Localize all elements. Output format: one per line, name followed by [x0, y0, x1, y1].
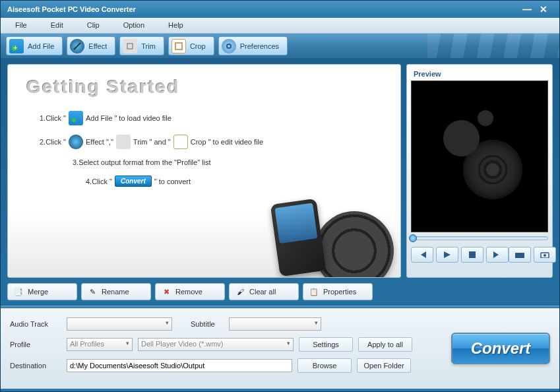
browse-button[interactable]: Browse: [297, 358, 352, 373]
properties-button[interactable]: 📋 Properties: [303, 283, 373, 300]
gear-icon: [222, 39, 236, 53]
preview-screen: [411, 81, 548, 232]
remove-icon: ✖: [161, 286, 171, 297]
merge-button[interactable]: 📑 Merge: [7, 283, 77, 300]
play-button[interactable]: [436, 247, 458, 263]
profile-select[interactable]: Dell Player Video (*.wmv): [138, 338, 294, 351]
snapshot-button[interactable]: [534, 247, 556, 263]
svg-point-9: [544, 254, 546, 257]
menu-help[interactable]: Help: [156, 18, 195, 33]
step-4: 4.Click " Convert " to convert: [86, 176, 382, 187]
menu-file[interactable]: File: [3, 18, 39, 33]
slider-thumb[interactable]: [409, 234, 417, 242]
toolbar: + Add File Effect Trim Crop Pre: [1, 34, 559, 59]
convert-chip: Convert: [115, 176, 152, 187]
preview-label: Preview: [411, 69, 548, 81]
open-folder-button[interactable]: Open Folder: [357, 358, 411, 373]
add-file-label: Add File: [28, 42, 54, 50]
clear-all-button[interactable]: 🖌 Clear all: [229, 283, 299, 300]
menu-option[interactable]: Option: [111, 18, 156, 33]
minimize-button[interactable]: —: [522, 4, 532, 15]
crop-icon: [173, 135, 188, 149]
menu-clip[interactable]: Clip: [75, 18, 111, 33]
trim-icon: [116, 135, 131, 149]
menu-edit[interactable]: Edit: [39, 18, 75, 33]
window-title: Aiseesoft Pocket PC Video Converter: [7, 5, 136, 13]
convert-button[interactable]: Convert: [451, 333, 550, 364]
svg-rect-3: [175, 43, 182, 49]
action-row: 📑 Merge ✎ Rename ✖ Remove 🖌 Clear all 📋 …: [1, 283, 559, 304]
close-button[interactable]: ✕: [540, 4, 547, 15]
svg-text:+: +: [13, 44, 17, 51]
preferences-label: Preferences: [240, 42, 279, 50]
effect-button[interactable]: Effect: [67, 36, 115, 55]
stop-button[interactable]: [461, 247, 483, 263]
next-button[interactable]: [486, 247, 509, 263]
svg-rect-7: [515, 253, 524, 258]
audio-track-label: Audio Track: [10, 320, 61, 328]
trim-button[interactable]: Trim: [119, 36, 164, 55]
titlebar: Aiseesoft Pocket PC Video Converter — ✕: [1, 1, 559, 18]
menubar: File Edit Clip Option Help: [1, 18, 559, 34]
merge-icon: 📑: [13, 286, 24, 297]
folder-button[interactable]: [509, 247, 531, 263]
rename-icon: ✎: [87, 286, 98, 297]
destination-label: Destination: [10, 362, 61, 370]
crop-label: Crop: [190, 42, 206, 50]
add-file-icon: +: [9, 39, 24, 53]
add-file-button[interactable]: + Add File: [6, 36, 63, 55]
effect-icon: [70, 39, 84, 53]
rename-button[interactable]: ✎ Rename: [81, 283, 151, 300]
profile-category-select[interactable]: All Profiles: [67, 338, 133, 351]
properties-icon: 📋: [309, 286, 319, 297]
preview-panel: Preview: [406, 64, 553, 278]
subtitle-select[interactable]: [229, 317, 321, 331]
preferences-button[interactable]: Preferences: [218, 36, 288, 55]
effect-label: Effect: [88, 42, 107, 50]
getting-started-panel: Getting Started 1.Click " Add File " to …: [7, 64, 401, 278]
seek-slider[interactable]: [411, 236, 548, 240]
remove-button[interactable]: ✖ Remove: [155, 283, 225, 300]
svg-point-4: [227, 44, 231, 48]
step-1: 1.Click " Add File " to load video file: [40, 111, 382, 125]
crop-icon: [171, 39, 186, 53]
subtitle-label: Subtitle: [191, 320, 224, 328]
step-2: 2.Click " Effect "," Trim " and " Crop "…: [40, 135, 382, 149]
svg-rect-6: [469, 251, 476, 258]
logo-icon: [430, 107, 529, 206]
step-3: 3.Select output format from the "Profile…: [73, 158, 382, 166]
audio-track-select[interactable]: [67, 317, 172, 331]
svg-point-5: [72, 118, 76, 122]
prev-button[interactable]: [411, 247, 433, 263]
trim-label: Trim: [141, 42, 156, 50]
crop-button[interactable]: Crop: [168, 36, 214, 55]
clear-icon: 🖌: [235, 286, 245, 297]
apply-to-all-button[interactable]: Apply to all: [358, 337, 412, 352]
profile-label: Profile: [10, 341, 61, 348]
getting-started-heading: Getting Started: [26, 77, 382, 98]
decorative-image: [275, 191, 394, 277]
settings-button[interactable]: Settings: [299, 337, 353, 352]
settings-area: Audio Track Subtitle Profile All Profile…: [1, 308, 559, 389]
add-file-icon: [69, 111, 83, 125]
trim-icon: [123, 39, 137, 53]
effect-icon: [69, 135, 83, 149]
svg-rect-2: [127, 44, 133, 49]
app-window: Aiseesoft Pocket PC Video Converter — ✕ …: [0, 0, 560, 392]
destination-input[interactable]: [67, 359, 292, 372]
